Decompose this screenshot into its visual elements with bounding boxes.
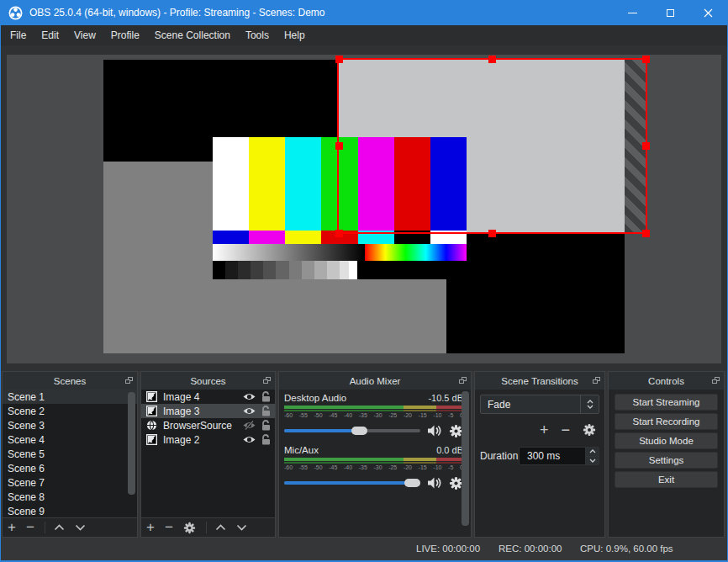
scene-up-button[interactable]: [54, 524, 65, 531]
dock-float-icon[interactable]: [712, 377, 720, 384]
lock-open-icon[interactable]: [261, 434, 271, 445]
duration-spinbox[interactable]: 300 ms: [519, 447, 599, 465]
minimize-icon: [628, 13, 637, 13]
exit-button[interactable]: Exit: [615, 471, 718, 488]
dock-float-icon[interactable]: [125, 377, 133, 384]
menu-view[interactable]: View: [66, 25, 103, 45]
source-label: Image 2: [163, 434, 199, 446]
source-row[interactable]: Image 4: [141, 390, 275, 404]
selection-handle-bottom-center[interactable]: [488, 230, 496, 237]
menu-profile[interactable]: Profile: [103, 25, 147, 45]
lock-open-icon[interactable]: [261, 406, 271, 416]
fader-thumb[interactable]: [351, 427, 367, 435]
fader-thumb[interactable]: [404, 479, 420, 487]
dock-float-icon[interactable]: [593, 377, 600, 384]
channel-volume-db: 0.0 dB: [436, 445, 463, 455]
selection-handle-bottom-right[interactable]: [642, 230, 650, 237]
source-row[interactable]: BrowserSource: [141, 418, 275, 432]
menu-scene-collection[interactable]: Scene Collection: [147, 25, 238, 45]
add-transition-button[interactable]: +: [540, 422, 549, 438]
mixer-dock-header[interactable]: Audio Mixer: [279, 372, 471, 390]
visibility-eye-icon[interactable]: [243, 435, 256, 444]
duration-decrement-button[interactable]: [585, 457, 599, 465]
scene-label: Scene 4: [8, 434, 45, 446]
sources-dock-header[interactable]: Sources: [141, 372, 275, 390]
visibility-eye-slash-icon[interactable]: [243, 421, 256, 430]
titlebar[interactable]: OBS 25.0.4 (64-bit, windows) - Profile: …: [1, 0, 727, 25]
scene-list-item[interactable]: Scene 6: [3, 461, 137, 475]
scene-list-item[interactable]: Scene 9: [3, 504, 137, 517]
sources-toolbar: + −: [141, 517, 275, 537]
source-properties-button[interactable]: [183, 522, 196, 534]
transition-select[interactable]: Fade: [480, 395, 599, 414]
close-icon: [704, 8, 713, 18]
menu-edit[interactable]: Edit: [34, 25, 66, 45]
menu-help[interactable]: Help: [277, 25, 313, 45]
preview-surface[interactable]: [7, 55, 721, 363]
selection-outline[interactable]: [337, 58, 647, 234]
dock-float-icon[interactable]: [263, 377, 271, 384]
scene-list-item[interactable]: Scene 4: [3, 432, 137, 447]
scene-list-item[interactable]: Scene 8: [3, 490, 137, 504]
scene-list-item[interactable]: Scene 3: [3, 418, 137, 432]
sources-list: Image 4: [141, 390, 275, 517]
add-source-button[interactable]: +: [146, 519, 155, 536]
scene-transitions-dock: Scene Transitions Fade + −: [474, 371, 605, 538]
mixer-dock-title: Audio Mixer: [350, 376, 401, 386]
selection-handle-top-left[interactable]: [335, 56, 343, 63]
scene-list-item[interactable]: Scene 1: [3, 390, 137, 404]
selection-handle-mid-left[interactable]: [335, 142, 343, 150]
mixer-scrollbar[interactable]: [462, 391, 469, 526]
controls-dock-header[interactable]: Controls: [609, 372, 724, 390]
volume-fader[interactable]: [284, 481, 420, 485]
source-row-selected[interactable]: Image 3: [141, 404, 275, 418]
lock-open-icon[interactable]: [261, 420, 271, 431]
source-row[interactable]: Image 2: [141, 432, 275, 447]
image-source-icon: [146, 434, 157, 445]
selection-handle-mid-right[interactable]: [642, 142, 650, 150]
source-up-button[interactable]: [215, 524, 226, 531]
start-streaming-button[interactable]: Start Streaming: [615, 394, 718, 411]
duration-increment-button[interactable]: [585, 448, 599, 457]
maximize-button[interactable]: [652, 0, 689, 25]
obs-logo-icon: [8, 6, 23, 20]
visibility-eye-icon[interactable]: [243, 406, 256, 416]
scene-list-item[interactable]: Scene 7: [3, 475, 137, 490]
colorbars-gradient-row: [213, 244, 467, 261]
volume-fader[interactable]: [284, 429, 420, 432]
minimize-button[interactable]: [614, 0, 652, 25]
selection-handle-bottom-left[interactable]: [335, 230, 343, 237]
scene-label: Scene 3: [8, 420, 45, 432]
speaker-icon[interactable]: [427, 476, 442, 490]
scene-label: Scene 6: [8, 463, 45, 475]
gear-icon: [183, 522, 196, 534]
selection-handle-top-center[interactable]: [488, 56, 496, 63]
settings-button[interactable]: Settings: [615, 452, 718, 469]
remove-transition-button[interactable]: −: [561, 422, 570, 438]
scenes-list: Scene 1 Scene 2 Scene 3 Scene 4 Scene 5 …: [3, 390, 137, 517]
start-recording-button[interactable]: Start Recording: [615, 413, 718, 430]
remove-scene-button[interactable]: −: [26, 519, 34, 536]
visibility-eye-icon[interactable]: [243, 392, 256, 401]
transitions-buttons: + −: [480, 422, 599, 438]
transitions-dock-header[interactable]: Scene Transitions: [475, 372, 604, 390]
close-button[interactable]: [689, 0, 727, 25]
scene-down-button[interactable]: [75, 524, 86, 531]
sources-dock-title: Sources: [190, 376, 225, 386]
add-scene-button[interactable]: +: [8, 519, 16, 536]
source-down-button[interactable]: [236, 524, 247, 531]
selection-handle-top-right[interactable]: [642, 56, 650, 63]
menu-file[interactable]: File: [3, 25, 34, 45]
scene-list-item[interactable]: Scene 2: [3, 404, 137, 418]
dock-float-icon[interactable]: [459, 377, 467, 384]
menubar: File Edit View Profile Scene Collection …: [1, 25, 727, 45]
speaker-icon[interactable]: [427, 424, 442, 437]
studio-mode-button[interactable]: Studio Mode: [615, 432, 718, 449]
remove-source-button[interactable]: −: [165, 519, 173, 536]
transition-properties-button[interactable]: [583, 423, 596, 437]
menu-tools[interactable]: Tools: [238, 25, 277, 45]
scenes-dock-header[interactable]: Scenes: [3, 372, 137, 390]
scene-list-item[interactable]: Scene 5: [3, 447, 137, 461]
scenes-scrollbar[interactable]: [128, 392, 135, 495]
lock-open-icon[interactable]: [261, 391, 271, 402]
